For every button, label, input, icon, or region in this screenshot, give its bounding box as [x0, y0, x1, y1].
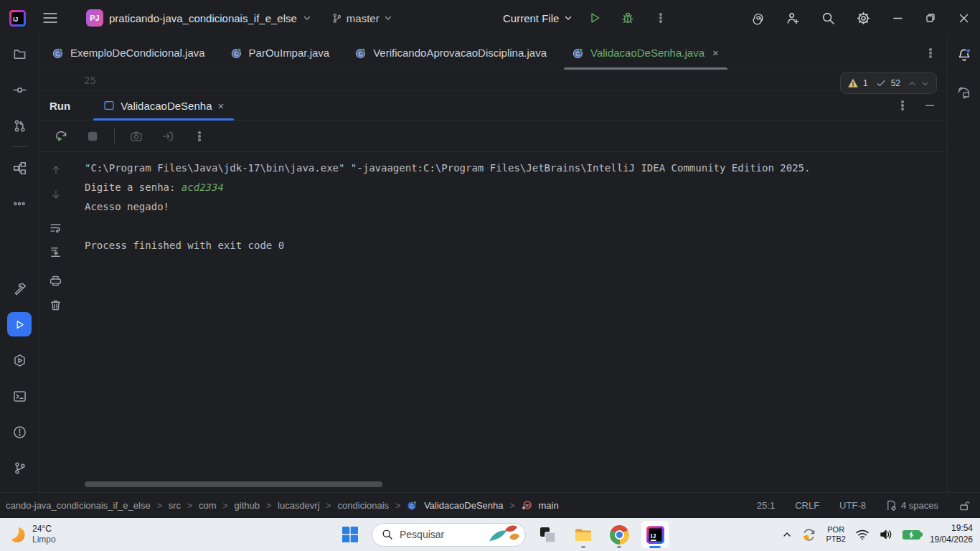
run-panel-hide-icon[interactable] — [920, 95, 940, 116]
structure-tool-icon[interactable] — [7, 156, 32, 180]
svg-text:C: C — [410, 503, 414, 509]
clear-console-icon[interactable] — [47, 296, 65, 314]
tab-label: ValidacaoDeSenha.java — [590, 47, 705, 59]
settings-gear-icon[interactable] — [846, 0, 881, 36]
print-icon[interactable] — [47, 271, 65, 290]
crumb-condicionais[interactable]: condicionais — [338, 500, 390, 511]
svg-text:C: C — [234, 50, 238, 57]
running-indicator — [617, 546, 621, 548]
detach-console-icon[interactable] — [158, 126, 178, 146]
breadcrumb: cando-java_condicionais_if_e_else > src … — [6, 500, 559, 511]
run-panel-options-icon[interactable] — [892, 95, 913, 116]
run-configuration-label: Current File — [503, 12, 559, 24]
crumb-src[interactable]: src — [169, 500, 181, 511]
taskbar-search-box[interactable]: Pesquisar — [372, 523, 526, 547]
chrome-button[interactable] — [605, 520, 633, 549]
run-tool-icon[interactable] — [7, 312, 32, 336]
window-minimize-button[interactable] — [881, 0, 914, 36]
encoding-widget[interactable]: UTF-8 — [839, 500, 866, 511]
crumb-main[interactable]: main — [539, 500, 559, 511]
tab-label: VerificandoAprovacaoDisciplina.java — [373, 47, 547, 59]
pull-requests-tool-icon[interactable] — [7, 113, 32, 138]
tab-label: ParOuImpar.java — [249, 47, 330, 59]
wifi-icon[interactable] — [855, 527, 870, 542]
terminal-tool-icon[interactable] — [7, 384, 32, 408]
tab-options-icon[interactable] — [914, 35, 947, 71]
ai-assistant-icon[interactable] — [740, 0, 776, 36]
thread-dump-camera-icon[interactable] — [126, 126, 146, 146]
next-problem-icon[interactable] — [921, 80, 929, 88]
clock-widget[interactable]: 19:54 19/04/2026 — [930, 523, 973, 545]
main-menu-icon[interactable] — [34, 0, 66, 36]
run-tab-close-icon[interactable]: × — [218, 100, 225, 112]
intellij-logo-icon[interactable]: IJ — [0, 0, 34, 36]
rerun-icon[interactable] — [51, 126, 71, 146]
crumb-project[interactable]: cando-java_condicionais_if_e_else — [6, 500, 151, 511]
weather-widget[interactable]: 24°C Limpo — [7, 524, 56, 545]
run-console-output[interactable]: "C:\Program Files\Java\jdk-17\bin\java.e… — [72, 152, 947, 492]
vcs-branch-widget[interactable]: master — [326, 6, 398, 30]
line-ending-widget[interactable]: CRLF — [795, 500, 819, 511]
crumb-lucasdevrj[interactable]: lucasdevrj — [278, 500, 320, 511]
language-indicator[interactable]: POR PTB2 — [826, 525, 846, 544]
services-tool-icon[interactable] — [7, 348, 32, 372]
java-class-icon: C — [573, 47, 584, 59]
console-more-options-icon[interactable] — [189, 126, 209, 146]
notifications-bell-icon[interactable] — [952, 43, 976, 67]
down-stacktrace-icon[interactable] — [47, 185, 65, 204]
crumb-com[interactable]: com — [199, 500, 217, 511]
tray-chevron-up-icon[interactable] — [782, 529, 792, 540]
run-tab-validacaodesenha[interactable]: ValidacaoDeSenha × — [93, 91, 234, 120]
moon-icon — [7, 525, 26, 544]
crumb-validacaodesenha[interactable]: ValidacaoDeSenha — [424, 500, 503, 511]
soft-wrap-icon[interactable] — [47, 218, 65, 237]
unlocked-icon[interactable] — [958, 500, 970, 512]
stop-icon[interactable] — [83, 126, 103, 146]
project-tool-icon[interactable] — [7, 42, 32, 66]
project-widget[interactable]: PJ praticando-java_condicionais_if_e_els… — [82, 6, 316, 30]
search-placeholder: Pesquisar — [400, 529, 444, 540]
intellij-taskbar-button[interactable]: IJ — [641, 520, 669, 549]
more-actions-icon[interactable] — [644, 0, 677, 36]
search-everywhere-icon[interactable] — [811, 0, 846, 36]
code-with-me-icon[interactable] — [776, 0, 811, 36]
more-tool-windows-icon[interactable] — [7, 192, 32, 216]
onedrive-sync-icon[interactable] — [801, 527, 816, 542]
prev-problem-icon[interactable] — [908, 80, 916, 88]
start-button[interactable] — [336, 520, 364, 549]
ai-chat-tool-icon[interactable] — [952, 80, 976, 105]
method-icon: m — [522, 500, 532, 511]
commit-tool-icon[interactable] — [7, 77, 32, 102]
up-stacktrace-icon[interactable] — [47, 161, 65, 179]
tab-verificandoaprovacaodisciplina[interactable]: C VerificandoAprovacaoDisciplina.java — [342, 36, 560, 70]
tab-validacaodesenha[interactable]: C ValidacaoDeSenha.java × — [560, 36, 732, 70]
tray-date: 19/04/2026 — [930, 534, 973, 546]
inspections-widget[interactable]: 1 52 — [840, 72, 937, 94]
java-class-icon: C — [355, 47, 367, 59]
branch-name: master — [347, 12, 380, 24]
run-configuration-selector[interactable]: Current File — [497, 6, 578, 30]
build-tool-icon[interactable] — [7, 276, 32, 301]
svg-text:m: m — [525, 503, 529, 508]
run-button[interactable] — [578, 0, 611, 36]
window-close-button[interactable] — [947, 0, 980, 36]
window-restore-button[interactable] — [914, 0, 947, 36]
battery-icon[interactable] — [903, 530, 920, 540]
console-output-line: Acesso negado! — [85, 197, 947, 217]
scroll-to-end-icon[interactable] — [47, 242, 65, 261]
toolbar-divider — [114, 128, 115, 144]
tab-exemplodecondicional[interactable]: C ExemploDeCondicional.java — [39, 36, 218, 70]
problems-tool-icon[interactable] — [7, 420, 32, 444]
file-explorer-button[interactable] — [569, 520, 598, 549]
tab-close-icon[interactable]: × — [712, 47, 719, 59]
volume-icon[interactable] — [879, 527, 893, 542]
debug-button[interactable] — [611, 0, 644, 36]
editor-area[interactable]: 25 1 52 — [39, 70, 947, 91]
version-control-tool-icon[interactable] — [7, 456, 32, 480]
horizontal-scrollbar[interactable] — [85, 481, 382, 487]
indent-widget[interactable]: 4 spaces — [886, 500, 938, 511]
caret-position-widget[interactable]: 25:1 — [757, 500, 775, 511]
task-view-button[interactable] — [533, 520, 562, 549]
crumb-github[interactable]: github — [235, 500, 260, 511]
tab-paroulmpar[interactable]: C ParOuImpar.java — [218, 36, 343, 70]
